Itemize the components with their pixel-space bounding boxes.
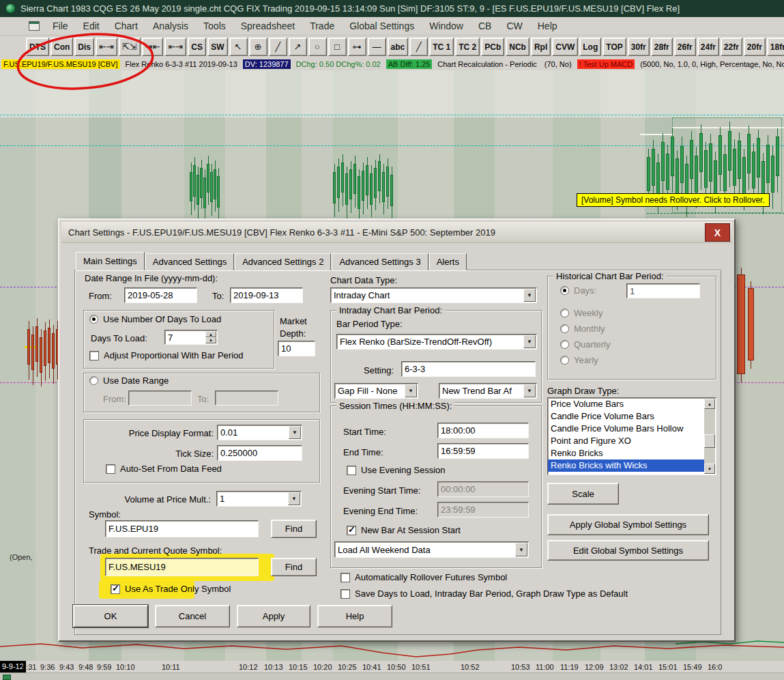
replay-button[interactable]: Rpl [531, 38, 551, 56]
spinner-down-icon[interactable] [205, 337, 216, 343]
text-tool-button[interactable]: abc [388, 38, 409, 56]
frame-26-button[interactable]: 26fr [674, 38, 696, 56]
study-params-1[interactable]: (70, No) [542, 59, 574, 69]
dropdown-arrow-icon[interactable] [523, 289, 536, 302]
dropdown-arrow-icon[interactable] [289, 426, 301, 439]
ok-button[interactable]: OK [73, 605, 148, 627]
pointer-tool-icon[interactable]: ↖ [229, 38, 248, 56]
horizontal-line-tool-icon[interactable]: — [368, 38, 386, 56]
scroll-to-start-icon[interactable]: ⇤⇥ [164, 38, 186, 56]
symbol-find-button[interactable]: Find [271, 520, 317, 538]
trade-symbol-input[interactable]: F.US.MESU19 [105, 558, 259, 576]
end-time-input[interactable]: 16:59:59 [437, 443, 529, 459]
weekend-data-dropdown[interactable]: Load All Weekend Data [334, 541, 529, 558]
graph-draw-type-option[interactable]: Candle Price Volume Bars [548, 410, 705, 423]
gap-fill-dropdown[interactable]: Gap Fill - None [334, 383, 418, 399]
daily-change[interactable]: DChg: 0.50 DChg%: 0.02 [294, 59, 383, 69]
menu-analysis[interactable]: Analysis [145, 18, 196, 34]
frame-20-button[interactable]: 20fr [744, 38, 766, 56]
menu-trade[interactable]: Trade [302, 18, 342, 34]
daily-volume[interactable]: DV: 1239877 [243, 59, 291, 69]
menu-spreadsheet[interactable]: Spreadsheet [233, 18, 302, 34]
bar-period-type-dropdown[interactable]: Flex Renko (BarSize-TrendOff-RevOff) [336, 334, 537, 350]
ncb-button[interactable]: NCb [506, 38, 529, 56]
line-tool-icon[interactable]: ╱ [269, 38, 287, 56]
dropdown-arrow-icon[interactable] [288, 492, 300, 505]
scroll-down-icon[interactable] [704, 464, 715, 474]
symbol-window-button[interactable]: SW [207, 38, 227, 56]
tc2-button[interactable]: TC 2 [455, 38, 480, 56]
date-to-input[interactable]: 2019-09-13 [230, 287, 303, 303]
historical-period-option[interactable]: Yearly [560, 355, 598, 365]
graph-draw-type-option[interactable]: Price Volume Bars [548, 398, 705, 410]
use-date-range-radio[interactable]: Use Date Range [89, 376, 169, 386]
tab-advanced-settings[interactable]: Advanced Settings [145, 253, 234, 270]
menu-cb[interactable]: CB [471, 18, 499, 34]
scroll-to-end-icon[interactable]: ⇥⇤ [142, 38, 164, 56]
rectangle-tool-icon[interactable]: □ [328, 38, 347, 56]
disconnect-button[interactable]: Dis [74, 38, 94, 56]
apply-global-symbol-settings-button[interactable]: Apply Global Symbol Settings [547, 514, 709, 535]
apply-button[interactable]: Apply [237, 605, 310, 627]
dialog-close-button[interactable]: X [705, 223, 730, 242]
evening-end-input[interactable]: 23:59:59 [437, 502, 529, 518]
chart-settings-button[interactable]: CS [188, 38, 206, 56]
macd-alert[interactable]: ! Test Up MACD [577, 59, 635, 69]
listbox-scrollbar[interactable] [704, 399, 715, 474]
recalc-status[interactable]: Chart Recalculation - Periodic [435, 59, 539, 69]
edit-global-symbol-settings-button[interactable]: Edit Global Symbol Settings [547, 540, 709, 561]
checkbox-checked-icon[interactable] [111, 584, 120, 594]
connect-button[interactable]: Con [50, 38, 73, 56]
volume-mult-dropdown[interactable]: 1 [216, 491, 302, 507]
tab-alerts[interactable]: Alerts [429, 253, 467, 270]
trade-only-checkbox[interactable]: Use As Trade Only Symbol [111, 584, 231, 594]
frame-30-button[interactable]: 30fr [628, 38, 650, 56]
start-time-input[interactable]: 18:00:00 [437, 423, 529, 438]
tab-main-settings[interactable]: Main Settings [76, 252, 145, 270]
evening-start-input[interactable]: 00:00:00 [437, 481, 529, 497]
historical-period-option[interactable]: Weekly [560, 308, 602, 318]
new-bar-session-checkbox[interactable]: New Bar At Session Start [347, 525, 461, 535]
chart-window-icon[interactable] [29, 21, 40, 31]
dts-button[interactable]: DTS [26, 38, 49, 56]
graph-draw-type-listbox[interactable]: Price Volume BarsCandle Price Volume Bar… [547, 397, 716, 475]
ab-diff[interactable]: AB Diff: 1.25 [386, 59, 433, 69]
scale-button[interactable]: Scale [547, 483, 619, 505]
radio-on-icon[interactable] [89, 315, 98, 324]
checkbox-icon[interactable] [340, 589, 350, 599]
menu-chart[interactable]: Chart [107, 18, 145, 34]
auto-rollover-checkbox[interactable]: Automatically Rollover Futures Symbol [340, 572, 507, 582]
chart-period[interactable]: Flex Renko 6-3-3 #11 2019-09-13 [124, 59, 239, 69]
use-days-radio[interactable]: Use Number Of Days To Load [89, 314, 221, 324]
menu-cw[interactable]: CW [499, 18, 529, 34]
cvw-button[interactable]: CVW [552, 38, 578, 56]
graph-draw-type-option[interactable]: Candle Price Volume Bars Hollow [548, 423, 705, 435]
checkbox-icon[interactable] [89, 351, 99, 360]
scroll-up-icon[interactable] [704, 399, 715, 409]
frame-18-button[interactable]: 18fr [767, 38, 784, 56]
multi-line-tool-icon[interactable]: ↗ [289, 38, 307, 56]
frame-22-button[interactable]: 22fr [721, 38, 742, 56]
study-params-2[interactable]: (5000, No, 1.0, 0, High, Percentage, No,… [638, 59, 784, 69]
chart-symbol[interactable]: F.US.EPU19/F.US.MESU19 [CBV] [1, 59, 120, 69]
top-button[interactable]: TOP [602, 38, 626, 56]
new-trend-bar-dropdown[interactable]: New Trend Bar Af [439, 383, 537, 399]
radio-off-icon[interactable] [89, 376, 98, 385]
graph-draw-type-option[interactable]: Renko Bricks with Wicks [548, 459, 705, 472]
frame-24-button[interactable]: 24fr [697, 38, 719, 56]
market-depth-input[interactable]: 10 [278, 341, 315, 356]
checkbox-icon[interactable] [106, 464, 115, 474]
menu-edit[interactable]: Edit [76, 18, 107, 34]
checkbox-icon[interactable] [340, 573, 350, 582]
trade-symbol-find-button[interactable]: Find [271, 558, 317, 576]
scrollbar-thumb[interactable] [704, 434, 715, 448]
tc1-button[interactable]: TC 1 [429, 38, 454, 56]
dropdown-arrow-icon[interactable] [405, 384, 417, 397]
rollover-tooltip[interactable]: [Volume] Symbol needs Rollover. Click to… [577, 193, 770, 207]
marker-line-tool-icon[interactable]: ⊶ [348, 38, 366, 56]
decrease-bar-spacing-icon[interactable]: ⇱⇲ [119, 38, 141, 56]
setting-input[interactable]: 6-3-3 [401, 361, 536, 377]
radio-off-icon[interactable] [560, 356, 569, 365]
checkbox-checked-icon[interactable] [347, 526, 356, 535]
range-to-input[interactable] [215, 391, 278, 406]
